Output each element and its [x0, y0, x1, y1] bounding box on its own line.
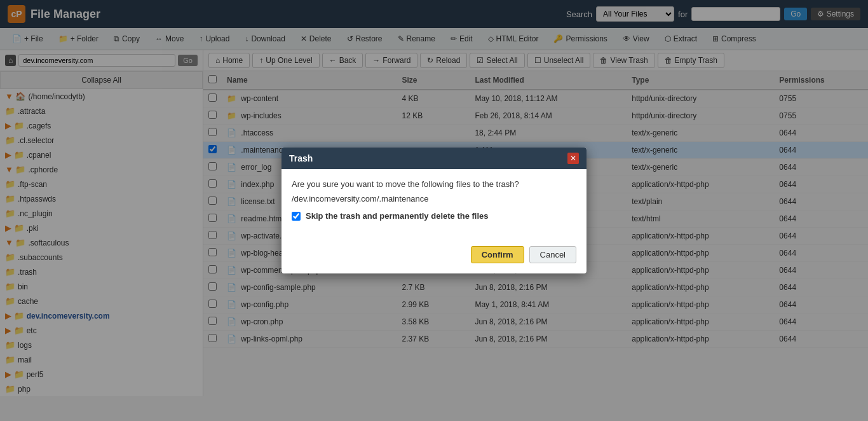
modal-checkbox-row: Skip the trash and permanently delete th…	[292, 211, 576, 221]
modal-title: Trash	[289, 153, 313, 163]
skip-trash-label: Skip the trash and permanently delete th…	[306, 211, 489, 221]
modal-body: Are you sure you want to move the follow…	[281, 169, 587, 241]
modal-message: Are you sure you want to move the follow…	[292, 179, 576, 189]
modal-header: Trash ✕	[281, 148, 587, 169]
modal-path: /dev.incomeversity.com/.maintenance	[292, 194, 576, 204]
cancel-button[interactable]: Cancel	[529, 246, 576, 263]
modal-close-button[interactable]: ✕	[567, 153, 579, 164]
skip-trash-checkbox[interactable]	[292, 212, 301, 221]
modal-footer: Confirm Cancel	[281, 241, 587, 273]
confirm-button[interactable]: Confirm	[471, 246, 524, 263]
trash-modal: Trash ✕ Are you sure you want to move th…	[281, 148, 587, 273]
modal-overlay: Trash ✕ Are you sure you want to move th…	[0, 0, 868, 421]
